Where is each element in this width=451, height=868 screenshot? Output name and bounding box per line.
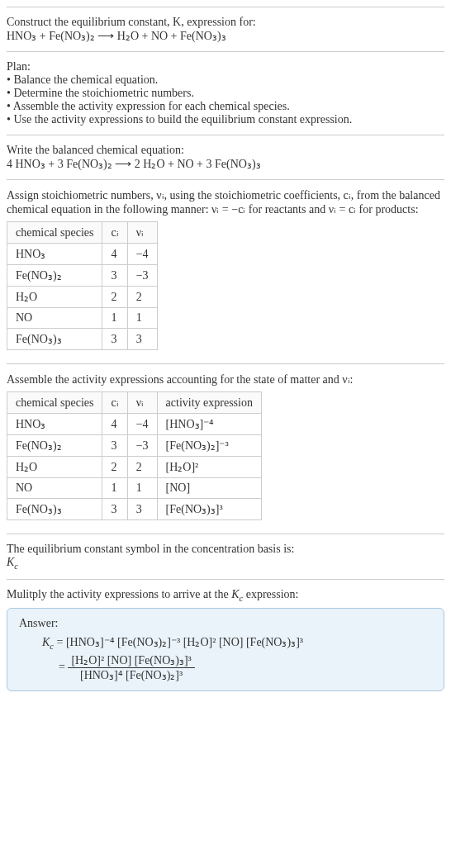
symbol-section: The equilibrium constant symbol in the c… xyxy=(7,534,444,579)
table-header-row: chemical species cᵢ νᵢ xyxy=(7,222,158,244)
symbol-text: The equilibrium constant symbol in the c… xyxy=(7,543,444,556)
cell-ci: 1 xyxy=(102,308,127,329)
activity-table: chemical species cᵢ νᵢ activity expressi… xyxy=(7,391,262,520)
answer-line-2: = [H₂O]² [NO] [Fe(NO₃)₃]³ [HNO₃]⁴ [Fe(NO… xyxy=(19,653,432,682)
stoich-section: Assign stoichiometric numbers, νᵢ, using… xyxy=(7,179,444,363)
cell-vi: −3 xyxy=(127,265,157,287)
cell-species: H₂O xyxy=(7,287,102,308)
col-vi: νᵢ xyxy=(127,392,157,414)
table-row: Fe(NO₃)₂ 3 −3 xyxy=(7,265,158,287)
cell-species: Fe(NO₃)₃ xyxy=(7,329,102,350)
cell-ci: 4 xyxy=(102,244,127,265)
cell-ci: 3 xyxy=(102,329,127,350)
table-row: H₂O 2 2 [H₂O]² xyxy=(7,457,262,478)
answer-box: Answer: Kc = [HNO₃]⁻⁴ [Fe(NO₃)₂]⁻³ [H₂O]… xyxy=(7,608,444,692)
cell-ci: 2 xyxy=(102,457,127,478)
intro-section: Construct the equilibrium constant, K, e… xyxy=(7,7,444,51)
col-species: chemical species xyxy=(7,392,102,414)
cell-species: HNO₃ xyxy=(7,244,102,265)
table-row: HNO₃ 4 −4 xyxy=(7,244,158,265)
table-row: Fe(NO₃)₂ 3 −3 [Fe(NO₃)₂]⁻³ xyxy=(7,435,262,457)
plan-item-1: • Balance the chemical equation. xyxy=(7,74,444,87)
table-row: NO 1 1 [NO] xyxy=(7,478,262,499)
multiply-heading: Mulitply the activity expressions to arr… xyxy=(7,588,444,603)
balanced-equation: 4 HNO₃ + 3 Fe(NO₃)₂ ⟶ 2 H₂O + NO + 3 Fe(… xyxy=(7,157,444,171)
table-row: Fe(NO₃)₃ 3 3 xyxy=(7,329,158,350)
intro-equation: HNO₃ + Fe(NO₃)₂ ⟶ H₂O + NO + Fe(NO₃)₃ xyxy=(7,29,444,43)
table-row: HNO₃ 4 −4 [HNO₃]⁻⁴ xyxy=(7,414,262,435)
cell-species: Fe(NO₃)₂ xyxy=(7,265,102,287)
cell-ci: 3 xyxy=(102,499,127,520)
cell-vi: 3 xyxy=(127,499,157,520)
cell-species: H₂O xyxy=(7,457,102,478)
cell-vi: 1 xyxy=(127,308,157,329)
multiply-section: Mulitply the activity expressions to arr… xyxy=(7,579,444,700)
cell-vi: 2 xyxy=(127,457,157,478)
activity-section: Assemble the activity expressions accoun… xyxy=(7,363,444,534)
answer-eq2: = xyxy=(59,661,65,673)
cell-ci: 4 xyxy=(102,414,127,435)
cell-vi: 2 xyxy=(127,287,157,308)
cell-activity: [NO] xyxy=(157,478,261,499)
cell-species: NO xyxy=(7,308,102,329)
cell-ci: 1 xyxy=(102,478,127,499)
answer-numerator: [H₂O]² [NO] [Fe(NO₃)₃]³ xyxy=(68,653,194,668)
col-species: chemical species xyxy=(7,222,102,244)
cell-activity: [Fe(NO₃)₃]³ xyxy=(157,499,261,520)
plan-item-2: • Determine the stoichiometric numbers. xyxy=(7,87,444,100)
cell-vi: −4 xyxy=(127,414,157,435)
cell-species: Fe(NO₃)₃ xyxy=(7,499,102,520)
plan-item-4: • Use the activity expressions to build … xyxy=(7,113,444,126)
cell-vi: 3 xyxy=(127,329,157,350)
answer-denominator: [HNO₃]⁴ [Fe(NO₃)₂]³ xyxy=(68,668,194,682)
table-header-row: chemical species cᵢ νᵢ activity expressi… xyxy=(7,392,262,414)
col-vi: νᵢ xyxy=(127,222,157,244)
table-row: NO 1 1 xyxy=(7,308,158,329)
cell-vi: −4 xyxy=(127,244,157,265)
cell-ci: 2 xyxy=(102,287,127,308)
plan-heading: Plan: xyxy=(7,60,444,74)
cell-ci: 3 xyxy=(102,435,127,457)
cell-activity: [HNO₃]⁻⁴ xyxy=(157,414,261,435)
activity-heading: Assemble the activity expressions accoun… xyxy=(7,372,444,387)
col-ci: cᵢ xyxy=(102,222,127,244)
cell-activity: [H₂O]² xyxy=(157,457,261,478)
balanced-heading: Write the balanced chemical equation: xyxy=(7,144,444,157)
cell-activity: [Fe(NO₃)₂]⁻³ xyxy=(157,435,261,457)
cell-ci: 3 xyxy=(102,265,127,287)
cell-species: Fe(NO₃)₂ xyxy=(7,435,102,457)
stoich-text: Assign stoichiometric numbers, νᵢ, using… xyxy=(7,188,444,216)
plan-section: Plan: • Balance the chemical equation. •… xyxy=(7,51,444,135)
intro-text: Construct the equilibrium constant, K, e… xyxy=(7,16,444,29)
plan-item-3: • Assemble the activity expression for e… xyxy=(7,100,444,113)
answer-lhs: Kc = xyxy=(42,636,63,648)
col-ci: cᵢ xyxy=(102,392,127,414)
answer-rhs1: [HNO₃]⁻⁴ [Fe(NO₃)₂]⁻³ [H₂O]² [NO] [Fe(NO… xyxy=(66,636,303,648)
col-activity: activity expression xyxy=(157,392,261,414)
stoich-table: chemical species cᵢ νᵢ HNO₃ 4 −4 Fe(NO₃)… xyxy=(7,221,158,350)
cell-species: HNO₃ xyxy=(7,414,102,435)
cell-species: NO xyxy=(7,478,102,499)
table-row: Fe(NO₃)₃ 3 3 [Fe(NO₃)₃]³ xyxy=(7,499,262,520)
table-row: H₂O 2 2 xyxy=(7,287,158,308)
answer-label: Answer: xyxy=(19,617,432,630)
balanced-section: Write the balanced chemical equation: 4 … xyxy=(7,135,444,179)
answer-fraction: [H₂O]² [NO] [Fe(NO₃)₃]³ [HNO₃]⁴ [Fe(NO₃)… xyxy=(68,653,194,682)
cell-vi: −3 xyxy=(127,435,157,457)
symbol-kc: Kc xyxy=(7,556,444,571)
answer-line-1: Kc = [HNO₃]⁻⁴ [Fe(NO₃)₂]⁻³ [H₂O]² [NO] [… xyxy=(19,635,432,651)
cell-vi: 1 xyxy=(127,478,157,499)
